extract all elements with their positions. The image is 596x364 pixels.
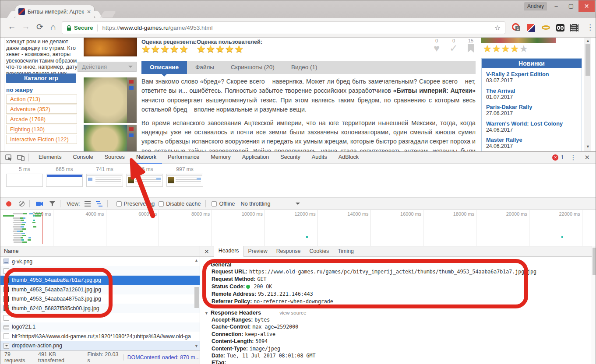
request-row[interactable]: thumb_6240_56837f585cb00.jpg.jpg [0, 304, 200, 313]
offline-checkbox[interactable] [212, 201, 217, 206]
request-row[interactable]: thumb_4953_54aaba7a12601.jpg.jpg [0, 285, 200, 294]
news-link[interactable]: V-Rally 2 Expert Edition [486, 71, 577, 77]
ring-extension-icon[interactable] [542, 23, 550, 30]
devtools-tab-sources[interactable]: Sources [99, 152, 130, 164]
filmstrip-frame[interactable] [46, 174, 83, 187]
devtools-tab-application[interactable]: Application [236, 152, 275, 164]
new-tab-button[interactable] [100, 11, 116, 18]
throttling-select[interactable]: No throttling [241, 201, 271, 207]
genre-link-action[interactable]: Action (713) [6, 94, 77, 104]
window-close-button[interactable]: ✕ [578, 0, 595, 12]
news-link[interactable]: Paris-Dakar Rally [486, 104, 577, 110]
home-icon[interactable]: ⌂ [48, 22, 58, 32]
bookmark-star-icon[interactable]: ☆ [494, 24, 501, 32]
detail-tab-headers[interactable]: Headers [214, 246, 244, 257]
device-toolbar-icon[interactable] [17, 154, 25, 161]
devtools-tab-network[interactable]: Network [130, 152, 162, 164]
news-link[interactable]: The Arrival [486, 88, 577, 94]
record-icon[interactable] [6, 201, 11, 206]
request-row[interactable]: thumb_4953_54aabaa4875a3.jpg.jpg [0, 294, 200, 304]
request-row[interactable]: hit?rhttps%3A//www.old-games.ru/;s1920*1… [0, 332, 200, 341]
ghost-eyes-extension-icon[interactable] [556, 24, 564, 32]
request-row-selected[interactable]: thumb_4953_54aaba6a7b1a7.jpg.jpg [0, 276, 200, 285]
maximize-button[interactable]: ▢ [564, 0, 578, 12]
general-section-title[interactable]: ▼General [205, 261, 592, 268]
profile-name[interactable]: Andrey [524, 2, 547, 10]
filter-icon[interactable] [49, 201, 55, 206]
flag-extension-icon[interactable] [527, 24, 535, 32]
detail-scrollbar[interactable] [592, 246, 596, 364]
view-source-link[interactable]: view source [279, 310, 306, 315]
filmstrip-extension-icon[interactable] [570, 24, 578, 32]
news-link[interactable]: Warren's World: Lost Colony [486, 121, 577, 126]
tab-files[interactable]: Файлы [187, 61, 222, 74]
response-headers-section-title[interactable]: ▼Response Headersview source [205, 309, 592, 316]
tab-screenshots[interactable]: Скриншоты (20) [222, 61, 283, 74]
reload-icon[interactable]: ⟳ [35, 22, 45, 32]
inspect-element-icon[interactable] [5, 154, 12, 161]
completed-widget[interactable]: 0✓ [445, 38, 462, 53]
filmstrip-frame[interactable] [6, 174, 43, 187]
back-icon[interactable]: ← [7, 22, 17, 32]
game-screenshot-2[interactable] [84, 125, 137, 151]
genre-link-adventure[interactable]: Adventure (352) [6, 105, 77, 114]
page-scrollbar[interactable]: ▲ ▼ [584, 38, 591, 151]
devtools-tab-console[interactable]: Console [67, 152, 99, 164]
request-row-obscured[interactable] [0, 313, 200, 322]
detail-tab-timing[interactable]: Timing [333, 246, 358, 257]
list-scroll-down-icon[interactable]: ▼ [194, 344, 198, 348]
tab-close-icon[interactable]: ✕ [87, 9, 91, 14]
reviewer-rating-stars[interactable]: ★★★★★ [141, 43, 189, 55]
forward-icon[interactable]: → [21, 22, 31, 32]
devtools-tab-adblock[interactable]: AdBlock [333, 152, 364, 164]
users-rating-stars[interactable]: ★★★★★ [197, 43, 244, 55]
request-row[interactable]: g-vk.png [0, 257, 200, 266]
devtools-tab-security[interactable]: Security [275, 152, 306, 164]
scrollbar-thumb[interactable] [585, 44, 590, 76]
detail-tab-response[interactable]: Response [272, 246, 305, 257]
detail-tab-cookies[interactable]: Cookies [305, 246, 333, 257]
list-view-icon[interactable] [85, 201, 91, 206]
throttling-chevron-icon[interactable] [296, 203, 300, 207]
name-column-header[interactable]: Name [0, 246, 200, 257]
preserve-log-checkbox[interactable] [116, 201, 122, 206]
likes-widget[interactable]: 0♥ [428, 38, 445, 53]
devtools-tab-audits[interactable]: Audits [306, 152, 333, 164]
disable-cache-checkbox[interactable] [159, 201, 164, 206]
network-overview[interactable]: 2000 ms 4000 ms 6000 ms 8000 ms 10000 ms… [0, 210, 596, 246]
filmstrip-frame[interactable] [126, 174, 163, 187]
news-link[interactable]: Master Rallye [486, 137, 577, 143]
filmstrip-frame[interactable] [86, 174, 123, 187]
detail-tab-preview[interactable]: Preview [244, 246, 272, 257]
genre-link-interactive-fiction[interactable]: Interactive Fiction (122) [6, 135, 77, 144]
list-scroll-up-icon[interactable]: ▲ [194, 258, 198, 262]
devtools-menu-icon[interactable]: ⋮ [570, 154, 576, 161]
scroll-up-icon[interactable]: ▲ [584, 38, 592, 43]
list-scrollbar-thumb[interactable] [194, 287, 199, 308]
tab-description[interactable]: Описание [141, 61, 187, 74]
tab-video[interactable]: Видео (1) [283, 61, 326, 74]
actions-dropdown[interactable]: Действия [78, 62, 137, 72]
address-bar[interactable]: Secure https://www.old-games.ru/game/495… [62, 21, 505, 34]
devtools-tab-performance[interactable]: Performance [162, 152, 205, 164]
request-row-obscured[interactable] [0, 266, 200, 275]
browser-menu-icon[interactable]: ⋮ [586, 23, 594, 32]
game-screenshot-1[interactable] [84, 77, 137, 123]
devtools-tab-elements[interactable]: Elements [33, 152, 67, 164]
opera-extension-icon[interactable]: 1 [512, 23, 519, 31]
scroll-down-icon[interactable]: ▼ [584, 144, 592, 149]
devtools-tab-memory[interactable]: Memory [205, 152, 236, 164]
catalog-button[interactable]: Каталог игр [6, 74, 76, 83]
genre-link-arcade[interactable]: Arcade (1768) [6, 115, 77, 124]
browser-tab[interactable]: Битвы империй: Ацтеки ✕ [15, 5, 94, 18]
request-row[interactable]: dropdown-action.png [0, 341, 200, 350]
bookmarks-widget[interactable]: 15 [462, 38, 479, 54]
clear-icon[interactable] [19, 201, 25, 206]
detail-scrollbar-thumb[interactable] [592, 248, 596, 275]
capture-screenshots-icon[interactable] [36, 201, 43, 206]
filmstrip-frame[interactable] [166, 174, 203, 187]
detail-close-icon[interactable]: ✕ [204, 248, 209, 255]
minimize-button[interactable]: – [549, 0, 564, 12]
devtools-close-icon[interactable]: ✕ [584, 154, 590, 161]
request-row[interactable]: logo?21.1 [0, 322, 200, 332]
